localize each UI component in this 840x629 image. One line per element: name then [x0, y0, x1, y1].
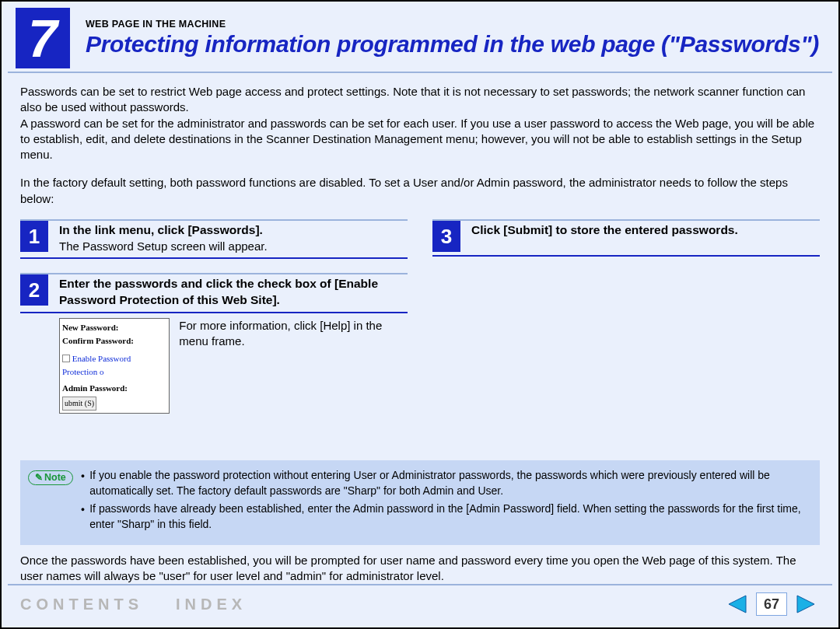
- page-body: Passwords can be set to restrict Web pag…: [2, 73, 838, 453]
- note-bullet-text: If passwords have already been establish…: [89, 501, 809, 532]
- note-label-wrap: Note: [28, 470, 73, 535]
- intro-paragraph-1: Passwords can be set to restrict Web pag…: [20, 84, 820, 116]
- chapter-number: 7: [16, 8, 70, 68]
- svg-marker-0: [729, 596, 746, 613]
- step-description: The Password Setup screen will appear.: [59, 239, 268, 254]
- title-block: WEB PAGE IN THE MACHINE Protecting infor…: [70, 8, 819, 68]
- column-right: 3 Click [Submit] to store the entered pa…: [432, 219, 820, 428]
- note-bullet: If passwords have already been establish…: [81, 501, 809, 532]
- step-title-wrap: In the link menu, click [Passwords]. The…: [59, 221, 268, 254]
- step-1: 1 In the link menu, click [Passwords]. T…: [20, 219, 408, 259]
- contents-link[interactable]: CONTENTS: [20, 596, 143, 613]
- screenshot-line: Admin Password:: [62, 382, 167, 395]
- screenshot-line: Confirm Password:: [62, 334, 167, 348]
- next-page-button[interactable]: [793, 593, 820, 615]
- svg-marker-1: [797, 596, 814, 613]
- step-header: 3 Click [Submit] to store the entered pa…: [432, 219, 820, 257]
- page-header: 7 WEB PAGE IN THE MACHINE Protecting inf…: [8, 2, 832, 73]
- note-pill: Note: [28, 470, 73, 486]
- note-box: Note If you enable the password protecti…: [20, 460, 820, 544]
- step-2: 2 Enter the passwords and click the chec…: [20, 273, 408, 414]
- page-footer: CONTENTS INDEX 67: [8, 584, 832, 623]
- embedded-screenshot: New Password: Confirm Password: Enable P…: [59, 318, 170, 414]
- step-title: Enter the passwords and click the check …: [59, 274, 408, 309]
- screenshot-line: New Password:: [62, 321, 167, 334]
- manual-page: 7 WEB PAGE IN THE MACHINE Protecting inf…: [0, 0, 840, 629]
- step-number: 3: [432, 221, 460, 252]
- note-label-text: Note: [44, 471, 66, 485]
- footer-right: 67: [723, 592, 820, 616]
- column-left: 1 In the link menu, click [Passwords]. T…: [20, 219, 408, 428]
- step-number: 1: [20, 221, 48, 252]
- step-3: 3 Click [Submit] to store the entered pa…: [432, 219, 820, 257]
- checkbox-icon: [62, 355, 70, 362]
- screenshot-submit-button: ubmit (S): [62, 397, 96, 411]
- note-bullet-text: If you enable the password protection wi…: [89, 468, 809, 498]
- note-bullet: If you enable the password protection wi…: [81, 468, 809, 498]
- section-eyebrow: WEB PAGE IN THE MACHINE: [86, 19, 819, 30]
- triangle-left-icon: [726, 594, 747, 614]
- step-title: Click [Submit] to store the entered pass…: [471, 221, 738, 239]
- step-number: 2: [20, 274, 48, 306]
- triangle-right-icon: [796, 594, 817, 614]
- footer-left: CONTENTS INDEX: [20, 596, 247, 613]
- intro-paragraph-2: A password can be set for the administra…: [20, 116, 820, 163]
- intro-paragraph-3: In the factory default setting, both pas…: [20, 175, 820, 207]
- index-link[interactable]: INDEX: [176, 596, 247, 613]
- page-number: 67: [756, 592, 787, 616]
- chapter-number-wrap: 7: [8, 8, 70, 68]
- page-title: Protecting information programmed in the…: [86, 31, 819, 58]
- step-title: In the link menu, click [Passwords].: [59, 221, 268, 239]
- step-body: New Password: Confirm Password: Enable P…: [59, 318, 408, 414]
- prev-page-button[interactable]: [723, 593, 750, 615]
- closing-paragraph: Once the passwords have been established…: [2, 545, 838, 585]
- screenshot-checkbox-label: Enable Password Protection o: [62, 354, 131, 376]
- steps-columns: 1 In the link menu, click [Passwords]. T…: [20, 219, 820, 428]
- note-body: If you enable the password protection wi…: [81, 468, 809, 535]
- step-description: For more information, click [Help] in th…: [179, 318, 408, 350]
- step-header: 2 Enter the passwords and click the chec…: [20, 273, 408, 313]
- step-header: 1 In the link menu, click [Passwords]. T…: [20, 219, 408, 259]
